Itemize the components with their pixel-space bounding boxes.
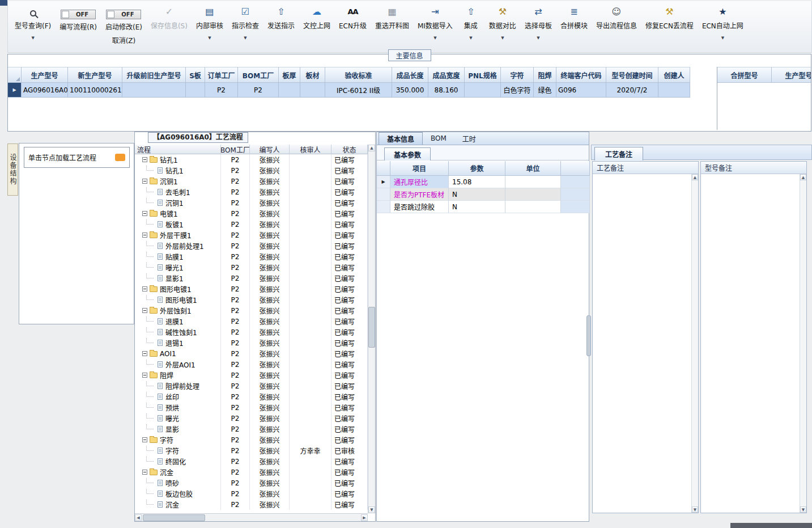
notes-scrollbar[interactable]: ▲ ▼ (691, 174, 698, 513)
tab-basic-params[interactable]: 基本参数 (384, 147, 431, 160)
unit-cell[interactable] (505, 176, 561, 188)
parameter-row[interactable]: 是否为PTFE板材N (377, 188, 590, 201)
collapse-icon[interactable] (142, 211, 147, 216)
process-row[interactable]: 板镀1P2张振兴已编写 (135, 219, 368, 230)
notes-scrollbar[interactable]: ▲ ▼ (800, 174, 806, 513)
toolbar-button[interactable]: AAECN升级 (339, 6, 367, 30)
collapse-icon[interactable] (142, 351, 147, 356)
unit-cell[interactable] (505, 201, 561, 213)
value-cell[interactable]: N (449, 188, 505, 201)
process-row[interactable]: 去毛刺1P2张振兴已编写 (135, 187, 368, 197)
column-header[interactable]: 单位 (505, 161, 561, 176)
scroll-down-icon[interactable]: ▼ (368, 506, 375, 513)
column-header[interactable]: 生产型号 (22, 67, 68, 83)
toolbar-button[interactable]: ⇧发送指示 (267, 6, 295, 30)
process-row[interactable]: AOI1P2张振兴已编写 (135, 348, 368, 359)
toolbar-button[interactable]: OFF编写流程(R) (59, 6, 97, 31)
column-header[interactable]: 阻焊 (534, 67, 556, 83)
column-header[interactable]: 成品长度 (392, 67, 428, 83)
column-header[interactable]: BOM工厂 (238, 67, 279, 83)
off-toggle[interactable]: OFF (61, 10, 96, 19)
column-header[interactable]: 合拼型号 (717, 67, 772, 83)
scroll-down-icon[interactable]: ▼ (692, 506, 698, 513)
column-header[interactable]: 编写人 (250, 145, 290, 154)
toolbar-button[interactable]: ▦重选开料图 (375, 6, 409, 30)
tab-基本信息[interactable]: 基本信息 (379, 132, 423, 145)
process-row[interactable]: 阻焊前处理P2张振兴已编写 (135, 381, 368, 391)
unit-cell[interactable] (505, 188, 561, 201)
collapse-icon[interactable] (142, 179, 147, 184)
process-row[interactable]: 沉金P2张振兴已编写 (135, 467, 368, 478)
chevron-down-icon[interactable]: ▼ (501, 36, 504, 40)
chevron-down-icon[interactable]: ▼ (244, 36, 246, 40)
process-row[interactable]: 沉铜1P2张振兴已编写 (135, 176, 368, 187)
process-row[interactable]: 贴膜1P2张振兴已编写 (135, 251, 368, 262)
select-all-corner[interactable] (8, 67, 22, 83)
process-row[interactable]: 外层蚀刻1P2张振兴已编写 (135, 305, 368, 316)
process-row[interactable]: 外层前处理1P2张振兴已编写 (135, 240, 368, 251)
process-row[interactable]: 图形电镀1P2张振兴已编写 (135, 294, 368, 305)
tab-process-notes[interactable]: 工艺备注 (594, 147, 643, 160)
collapse-icon[interactable] (142, 308, 147, 313)
column-header[interactable]: 板厚 (279, 67, 300, 83)
toolbar-button[interactable]: ≣合拼模块 (560, 6, 588, 30)
process-row[interactable]: 板边包胶P2张振兴已编写 (135, 488, 368, 499)
process-row[interactable]: 阻焊P2张振兴已编写 (135, 370, 368, 381)
parameter-row[interactable]: ▶通孔厚径比15.08 (377, 176, 590, 188)
toolbar-button[interactable]: ▤内部审核▼ (196, 6, 223, 40)
panel-splitter-grip[interactable] (586, 315, 591, 356)
scroll-left-icon[interactable]: ◀ (135, 514, 142, 521)
scrollbar-thumb[interactable] (368, 307, 375, 348)
toolbar-button[interactable]: ☁文控上网 (303, 6, 330, 30)
value-cell[interactable]: N (449, 201, 505, 213)
scroll-right-icon[interactable]: ▶ (361, 514, 368, 521)
scroll-up-icon[interactable]: ▲ (368, 145, 375, 151)
process-row[interactable]: 喷砂P2张振兴已编写 (135, 478, 368, 488)
column-header[interactable]: 参数 (449, 161, 505, 176)
toolbar-button[interactable]: ☑指示检查▼ (232, 6, 259, 40)
process-row[interactable]: 退锡1P2张振兴已编写 (135, 337, 368, 348)
toolbar-button[interactable]: ⇥MI数据导入▼ (418, 6, 453, 40)
process-row[interactable]: 沉铜1P2张振兴已编写 (135, 197, 368, 208)
process-row[interactable]: 退膜1P2张振兴已编写 (135, 316, 368, 327)
scrollbar-thumb[interactable] (143, 514, 205, 521)
toolbar-button-label[interactable]: 取消(Z) (112, 35, 136, 45)
chevron-down-icon[interactable]: ▼ (721, 36, 724, 40)
column-header[interactable]: 流程 (135, 145, 221, 154)
process-row[interactable]: 图形电镀1P2张振兴已编写 (135, 284, 368, 294)
column-header[interactable]: 订单工厂 (205, 67, 238, 83)
process-row[interactable]: 曝光1P2张振兴已编写 (135, 262, 368, 273)
scroll-down-icon[interactable]: ▼ (800, 506, 806, 513)
collapse-icon[interactable] (142, 233, 147, 238)
process-row[interactable]: 钻孔1P2张振兴已编写 (135, 165, 368, 176)
off-toggle[interactable]: OFF (106, 10, 141, 19)
column-header[interactable]: 升级前旧生产型号 (122, 67, 186, 83)
process-row[interactable]: 碱性蚀刻1P2张振兴已编写 (135, 327, 368, 337)
process-row[interactable]: 字符P2张振兴已编写 (135, 434, 368, 445)
column-header[interactable]: 创建人 (658, 67, 690, 83)
model-notes-body[interactable]: ▲ ▼ (701, 174, 806, 513)
process-row[interactable]: 曝光P2张振兴已编写 (135, 413, 368, 424)
process-row[interactable]: 丝印P2张振兴已编写 (135, 391, 368, 402)
select-all-corner[interactable] (377, 161, 390, 176)
process-notes-body[interactable]: ▲ ▼ (593, 174, 698, 513)
tab-BOM[interactable]: BOM (423, 132, 454, 145)
chevron-down-icon[interactable]: ▼ (31, 36, 34, 40)
chevron-down-icon[interactable]: ▼ (469, 36, 472, 40)
tab-工时[interactable]: 工时 (454, 132, 484, 145)
collapse-icon[interactable] (142, 470, 147, 475)
collapse-icon[interactable] (142, 373, 147, 378)
process-row[interactable]: 外层AOI1P2张振兴已编写 (135, 359, 368, 370)
scroll-up-icon[interactable]: ▲ (800, 174, 806, 180)
column-header[interactable]: 新生产型号 (68, 67, 122, 83)
column-header[interactable]: 型号创建时间 (606, 67, 658, 83)
process-row[interactable]: 钻孔1P2张振兴已编写 (135, 154, 368, 165)
column-header[interactable]: 生产型号 (772, 67, 811, 83)
toolbar-button[interactable]: ☺导出流程信息 (596, 6, 637, 30)
column-header[interactable]: 验收标准 (325, 67, 392, 83)
main-info-data-row[interactable]: ▶AG096016A010011000026175P2P2IPC-6012 II… (8, 83, 690, 98)
column-header[interactable]: S板 (186, 67, 205, 83)
toolbar-button[interactable]: ★ECN自动上网▼ (702, 6, 743, 40)
value-cell[interactable]: 15.08 (449, 176, 505, 188)
process-row[interactable]: 预烘P2张振兴已编写 (135, 402, 368, 413)
